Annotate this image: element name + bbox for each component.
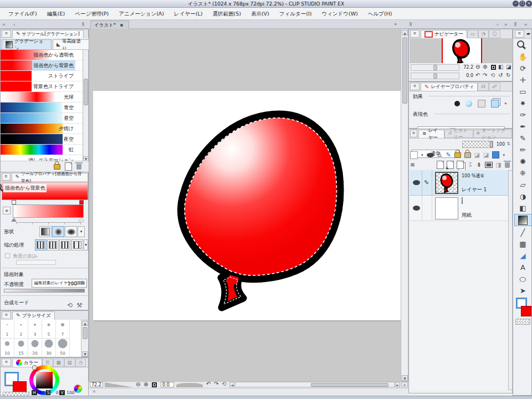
panel-menu-icon[interactable]: ≡ xyxy=(410,30,420,38)
eraser-tool[interactable]: ▱ xyxy=(515,179,531,190)
sv-square[interactable] xyxy=(36,372,53,388)
menu-item[interactable]: 編集(E) xyxy=(42,8,70,19)
delete-subtool-icon[interactable] xyxy=(76,164,81,170)
panel-menu-icon[interactable]: ≡ xyxy=(2,173,11,181)
gradient-node-start[interactable] xyxy=(12,200,16,204)
layer-row-2[interactable]: 用紙 xyxy=(410,196,508,221)
text-tool[interactable]: A xyxy=(515,262,531,273)
menu-item[interactable]: 選択範囲(S) xyxy=(207,8,245,19)
selection-tool[interactable]: ▭ xyxy=(515,86,531,97)
decoration-tool[interactable]: ❈ xyxy=(515,167,531,178)
visibility-eye-icon[interactable] xyxy=(413,206,420,211)
brush-size-cell[interactable]: 50 xyxy=(56,339,70,357)
ruler-range-icon[interactable] xyxy=(492,151,499,158)
expand-up-icon[interactable]: » xyxy=(91,390,97,393)
brush-size-header-tab[interactable]: ✎ ブラシサイズ xyxy=(12,311,55,320)
gradient-list-item[interactable]: 描画色から透明色 xyxy=(1,50,83,60)
hscroll-right-icon[interactable]: ► xyxy=(395,382,400,387)
brush-size-cell[interactable]: 30 xyxy=(42,339,56,357)
shape-circle-button[interactable] xyxy=(52,226,64,237)
gradient-list-item[interactable]: 光球 xyxy=(1,92,83,103)
menu-item[interactable]: ヘルプ(H) xyxy=(363,8,397,19)
navigator-rotation-slider[interactable] xyxy=(411,73,459,79)
menu-item[interactable]: アニメーション(A) xyxy=(114,8,169,19)
lock-transparent-icon[interactable] xyxy=(464,152,471,158)
tab-information[interactable]: ⓘ xyxy=(489,30,500,38)
nav-reset-all-icon[interactable]: ↻ xyxy=(506,72,510,78)
merge-down-icon[interactable]: ⇟ xyxy=(476,161,481,168)
nav-zoom-in-icon[interactable]: ⊕ xyxy=(483,64,487,70)
gradient-list-item[interactable]: 虹 xyxy=(1,145,83,155)
toolbar-sub-color[interactable] xyxy=(521,306,531,316)
layer-row-1[interactable]: ✎ 100 %通常 レイヤー 1 xyxy=(410,170,508,196)
hand-tool[interactable]: ✋ xyxy=(515,51,531,62)
tab-contour-fill[interactable]: ◣ 等高線塗り xyxy=(53,39,89,49)
close-button[interactable]: × xyxy=(526,1,532,7)
panel-menu-icon[interactable]: ≡ xyxy=(2,311,11,319)
tab-scroll-left-icon[interactable]: « xyxy=(2,21,6,28)
delete-layer-icon[interactable] xyxy=(505,162,510,168)
panel-menu-icon[interactable]: ≡ xyxy=(2,359,11,366)
minimize-button[interactable]: − xyxy=(513,1,519,7)
brush-size-cell[interactable]: 3 xyxy=(28,320,42,339)
wrench-icon[interactable]: ⚒ xyxy=(76,301,83,309)
tab-navigator[interactable]: ナビゲーター xyxy=(421,30,467,38)
balloon-tool[interactable]: ○ xyxy=(515,273,531,284)
document-tab[interactable]: イラスト* xyxy=(90,21,129,29)
palette-color-dropdown-icon[interactable]: ▾ xyxy=(421,153,423,157)
blend-tool[interactable]: ◑ xyxy=(515,191,531,202)
gradient-node-end[interactable] xyxy=(79,200,84,204)
tab-item-bank[interactable]: ◔ xyxy=(478,30,489,38)
apply-mask-icon[interactable]: ◨ xyxy=(496,161,502,168)
brush-size-scrollbar[interactable]: ▲ ▼ xyxy=(81,320,89,357)
nav-rotate-cw-icon[interactable]: ↷ xyxy=(483,72,487,78)
tab-auto-action[interactable]: ✣ オートアクション xyxy=(473,130,512,138)
subtool-header-tab[interactable]: ✎ サブツール[グラデーション] xyxy=(12,30,84,38)
gradient-list-item[interactable]: 夜空 xyxy=(1,134,83,145)
canvas-zoom-slider[interactable] xyxy=(105,382,134,387)
edge-dropdown-icon[interactable]: ▾ xyxy=(84,239,88,250)
edge-option-1-button[interactable] xyxy=(35,239,47,250)
layer-scrollbar[interactable] xyxy=(508,170,513,390)
brush-size-cell[interactable]: 1 xyxy=(1,320,14,339)
layer-thumbnail[interactable] xyxy=(435,172,458,194)
shape-dropdown-icon[interactable]: ▾ xyxy=(78,226,85,237)
gradient-list-item[interactable]: 描画色から背景色 xyxy=(1,60,83,71)
angle-step-checkbox[interactable] xyxy=(5,253,10,258)
frame-border-tool[interactable]: ▦ xyxy=(515,238,531,249)
gradient-marker-left[interactable] xyxy=(11,218,17,222)
canvas-rotation-slider[interactable] xyxy=(176,383,203,387)
hue-marker[interactable] xyxy=(33,366,37,370)
nav-zoom-out-icon[interactable]: ⊖ xyxy=(475,64,480,70)
zoom-tool[interactable] xyxy=(515,39,531,50)
layer-name[interactable]: レイヤー 1 xyxy=(462,186,487,193)
menu-item[interactable]: ページ管理(P) xyxy=(70,8,114,19)
transfer-down-icon[interactable]: ↧ xyxy=(468,161,473,168)
gradient-list-item[interactable]: 消しグラデーション xyxy=(1,155,83,161)
gradient-list-item[interactable]: ストライプ xyxy=(1,71,83,81)
lock-layer-icon[interactable] xyxy=(454,152,461,158)
pen-tool[interactable]: ✒ xyxy=(515,121,531,132)
create-mask-icon[interactable] xyxy=(485,162,493,168)
toolbar-collapse-icon[interactable]: » xyxy=(524,21,528,28)
gradient-marker-right[interactable] xyxy=(79,218,84,222)
pencil-tool[interactable]: ✎ xyxy=(515,132,531,144)
tab-subview[interactable]: ▭ xyxy=(467,30,478,38)
add-gradient-node-button[interactable]: + xyxy=(3,207,11,214)
gradient-list-item[interactable]: 青空 xyxy=(1,103,83,113)
visibility-eye-icon[interactable] xyxy=(413,180,420,185)
halftone-icon[interactable] xyxy=(478,100,485,108)
nav-fit-icon[interactable] xyxy=(491,65,496,70)
draft-pen-icon[interactable]: ✎ xyxy=(446,151,451,158)
layer-opacity-slider[interactable] xyxy=(462,141,493,148)
flip-diagonal-icon[interactable]: ◪ xyxy=(506,64,511,70)
lock-icon[interactable] xyxy=(54,164,60,170)
shape-linear-button[interactable] xyxy=(39,226,52,237)
brush-size-cell[interactable]: 10 xyxy=(1,339,14,357)
reset-rotation-icon[interactable]: ⟲ xyxy=(222,381,226,387)
subtool-scrollbar[interactable]: ▼ xyxy=(83,49,89,161)
tool-property-header-tab[interactable]: ✎ ツールプロパティ[描画色から背景色] xyxy=(12,173,88,181)
canvas-area[interactable] xyxy=(89,29,401,381)
maximize-button[interactable]: □ xyxy=(519,1,525,7)
edge-option-4-button[interactable] xyxy=(71,239,83,250)
